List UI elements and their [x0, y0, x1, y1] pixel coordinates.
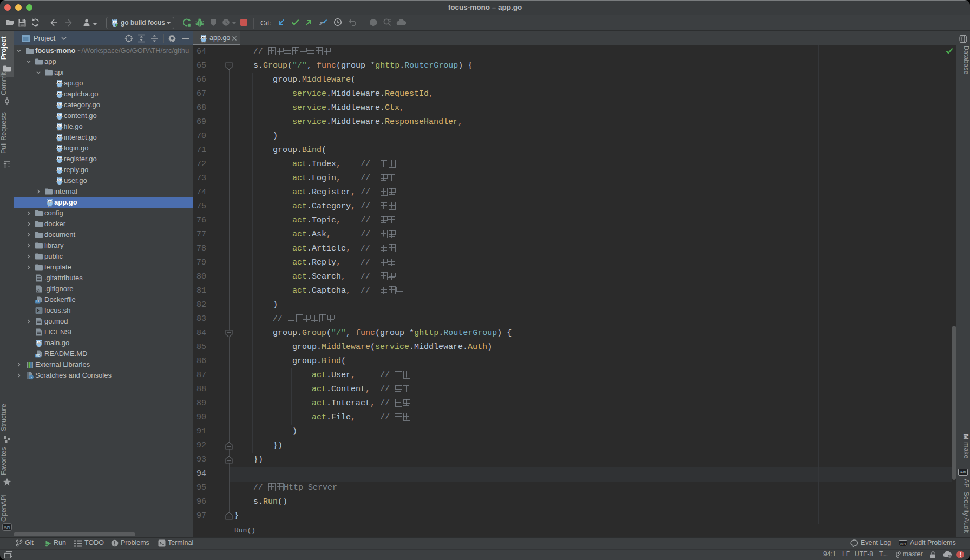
svg-text:MD: MD	[36, 354, 41, 357]
svg-text:/API: /API	[900, 542, 906, 545]
svg-text:/API: /API	[4, 526, 10, 529]
svg-text:/API: /API	[960, 471, 966, 474]
svg-text:D: D	[36, 299, 39, 303]
